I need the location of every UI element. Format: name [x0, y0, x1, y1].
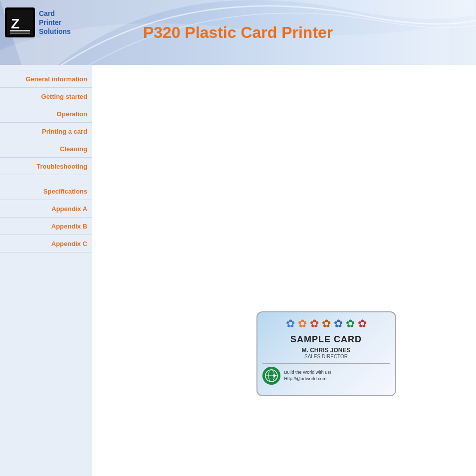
sidebar-item-cleaning[interactable]: Cleaning	[0, 140, 92, 158]
card-icon-7: ✿	[358, 317, 367, 330]
header: Z Card Printer Solutions P320 Plastic Ca…	[0, 0, 476, 65]
card-divider	[262, 363, 390, 364]
sidebar-link-getting-started[interactable]: Getting started	[41, 93, 87, 100]
sidebar-link-general-information[interactable]: General information	[25, 75, 87, 83]
logo-line1: Card	[39, 9, 71, 18]
svg-text:Z: Z	[11, 16, 19, 31]
card-icon-1: ✿	[286, 317, 295, 330]
sidebar-item-appendix-c[interactable]: Appendix C	[0, 235, 92, 252]
sidebar-link-appendix-c[interactable]: Appendix C	[51, 240, 87, 247]
main-content: ✿ ✿ ✿ ✿ ✿ ✿ ✿ SAMPLE CARD M. CHRIS JONES…	[92, 65, 476, 476]
card-bottom: Build the World with us! Http://@artworl…	[262, 367, 390, 385]
sample-card: ✿ ✿ ✿ ✿ ✿ ✿ ✿ SAMPLE CARD M. CHRIS JONES…	[256, 311, 396, 396]
card-icon-4: ✿	[322, 317, 331, 330]
sidebar-item-general-information[interactable]: General information	[0, 70, 92, 88]
sidebar-item-troubleshooting[interactable]: Troubleshooting	[0, 158, 92, 175]
card-icon-2: ✿	[298, 317, 307, 330]
sidebar-item-appendix-a[interactable]: Appendix A	[0, 200, 92, 218]
sidebar-item-operation[interactable]: Operation	[0, 105, 92, 123]
logo-line2: Printer	[39, 18, 71, 27]
sidebar-link-cleaning[interactable]: Cleaning	[60, 145, 87, 153]
logo-area: Z Card Printer Solutions	[5, 7, 71, 37]
logo-text: Card Printer Solutions	[39, 9, 71, 36]
page-title: P320 Plastic Card Printer	[143, 23, 333, 42]
sidebar-item-printing-a-card[interactable]: Printing a card	[0, 123, 92, 140]
sidebar-link-printing-a-card[interactable]: Printing a card	[42, 128, 87, 135]
card-icon-5: ✿	[334, 317, 343, 330]
layout: General information Getting started Oper…	[0, 65, 476, 476]
sidebar-link-operation[interactable]: Operation	[57, 110, 87, 118]
card-company-text: Build the World with us! Http://@artworl…	[284, 369, 331, 382]
card-icon-6: ✿	[346, 317, 355, 330]
sidebar-item-specifications[interactable]: Specifications	[0, 183, 92, 200]
sidebar-item-getting-started[interactable]: Getting started	[0, 88, 92, 105]
card-company-line2: Http://@artworld.com	[284, 376, 331, 382]
card-name: M. CHRIS JONES	[262, 347, 390, 354]
sidebar-link-appendix-b[interactable]: Appendix B	[51, 223, 87, 230]
sidebar-spacer	[0, 175, 92, 183]
card-icon-3: ✿	[310, 317, 319, 330]
card-title: SAMPLE CARD	[262, 334, 390, 345]
card-company-logo	[262, 367, 280, 385]
sidebar: General information Getting started Oper…	[0, 65, 92, 476]
sidebar-item-appendix-b[interactable]: Appendix B	[0, 218, 92, 235]
zebra-logo-icon: Z	[5, 7, 35, 37]
card-icons-row: ✿ ✿ ✿ ✿ ✿ ✿ ✿	[262, 317, 390, 330]
sidebar-link-troubleshooting[interactable]: Troubleshooting	[36, 163, 87, 170]
logo-line3: Solutions	[39, 27, 71, 36]
card-company-line1: Build the World with us!	[284, 369, 331, 376]
card-role: SALES DIRECTOR	[262, 354, 390, 359]
sidebar-link-appendix-a[interactable]: Appendix A	[51, 205, 87, 213]
sidebar-link-specifications[interactable]: Specifications	[43, 188, 87, 195]
